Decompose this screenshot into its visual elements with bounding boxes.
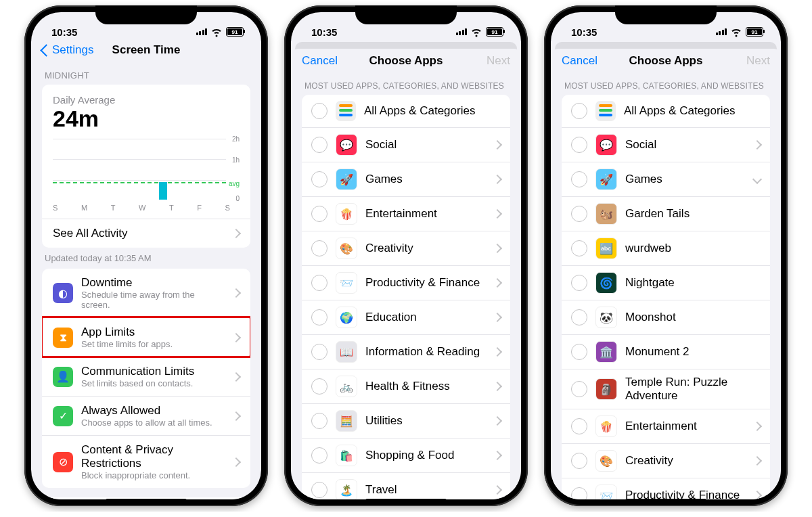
updated-label: Updated today at 10:35 AM (42, 248, 250, 269)
avg-line (53, 182, 226, 183)
select-circle[interactable] (571, 309, 587, 325)
row-icon: ⊘ (53, 452, 73, 472)
row-title: Always Allowed (81, 404, 225, 418)
select-circle[interactable] (571, 418, 587, 434)
see-all-activity[interactable]: See All Activity (42, 219, 250, 248)
row-label: Monument 2 (625, 345, 761, 359)
select-circle[interactable] (571, 103, 587, 119)
category-row[interactable]: 🔤wurdweb (562, 231, 770, 265)
select-circle[interactable] (311, 275, 328, 291)
chevron-right-icon (493, 313, 502, 322)
select-circle[interactable] (311, 378, 328, 395)
row-label: Garden Tails (625, 207, 761, 221)
select-circle[interactable] (311, 413, 328, 429)
chevron-right-icon (493, 278, 502, 288)
settings-row-content-privacy-restrictions[interactable]: ⊘Content & Privacy RestrictionsBlock ina… (42, 435, 250, 488)
settings-row-app-limits[interactable]: ⧗App LimitsSet time limits for apps. (42, 317, 250, 357)
category-row[interactable]: 🍿Entertainment (562, 409, 770, 443)
row-label: Creativity (625, 454, 746, 468)
battery-icon: 91 (226, 27, 244, 37)
select-circle[interactable] (571, 206, 587, 222)
usage-chart: 2h 1h avg 0 (53, 139, 240, 201)
row-label: Temple Run: Puzzle Adventure (625, 376, 761, 403)
select-circle[interactable] (571, 487, 587, 499)
chevron-right-icon (493, 485, 502, 495)
back-button[interactable]: Settings (42, 43, 93, 57)
settings-row-downtime[interactable]: ◐DowntimeSchedule time away from the scr… (42, 269, 250, 317)
wifi-icon (730, 26, 742, 38)
select-circle[interactable] (311, 206, 328, 222)
row-title: Content & Privacy Restrictions (81, 443, 225, 470)
cancel-button[interactable]: Cancel (302, 54, 338, 68)
category-row[interactable]: 🏛️Monument 2 (562, 334, 770, 369)
chevron-right-icon (493, 382, 502, 391)
app-icon: 🛍️ (336, 445, 357, 466)
page-title: Choose Apps (629, 54, 703, 68)
select-circle[interactable] (311, 482, 328, 498)
app-icon: 💬 (336, 134, 357, 156)
category-row[interactable]: 🧮Utilities (302, 403, 510, 438)
cancel-button[interactable]: Cancel (562, 54, 597, 68)
category-row[interactable]: 🚲Health & Fitness (302, 369, 510, 403)
select-circle[interactable] (311, 344, 328, 360)
category-row[interactable]: 📨Productivity & Finance (302, 265, 510, 300)
category-row[interactable]: 🛍️Shopping & Food (302, 438, 510, 472)
notch (355, 5, 457, 24)
category-row[interactable]: 🏝️Travel (302, 472, 510, 499)
app-icon: 🍿 (336, 203, 357, 225)
next-button[interactable]: Next (487, 54, 510, 68)
select-circle[interactable] (571, 453, 587, 469)
select-circle[interactable] (571, 275, 587, 291)
category-row[interactable]: 🗿Temple Run: Puzzle Adventure (562, 369, 770, 409)
select-circle[interactable] (571, 137, 587, 153)
daily-average-value: 24m (42, 106, 250, 136)
category-row[interactable]: 🐼Moonshot (562, 300, 770, 334)
chevron-down-icon (752, 175, 762, 184)
select-circle[interactable] (311, 137, 328, 153)
row-label: Games (365, 173, 486, 186)
category-row[interactable]: 💬Social (562, 127, 770, 162)
category-list: All Apps & Categories💬Social🚀Games🐿️Gard… (562, 95, 770, 499)
chevron-right-icon (493, 175, 502, 184)
phone-3: 10:35 91 Cancel Choose Apps Next MOST US… (544, 5, 788, 506)
select-circle[interactable] (571, 381, 587, 397)
row-subtitle: Set limits based on contacts. (81, 378, 225, 388)
next-button[interactable]: Next (746, 54, 770, 68)
category-row[interactable]: 🍿Entertainment (302, 196, 510, 231)
select-circle[interactable] (571, 171, 587, 187)
wifi-icon (210, 26, 223, 38)
category-row[interactable]: 🐿️Garden Tails (562, 196, 770, 231)
select-circle[interactable] (311, 309, 328, 325)
settings-row-communication-limits[interactable]: 👤Communication LimitsSet limits based on… (42, 357, 250, 396)
app-icon: 🌀 (595, 272, 617, 294)
row-label: Education (365, 311, 486, 324)
app-icon: 🚀 (595, 168, 617, 190)
category-row[interactable]: 🚀Games (562, 162, 770, 196)
category-row[interactable]: 📨Productivity & Finance (562, 478, 770, 499)
chevron-right-icon (752, 456, 762, 466)
category-row[interactable]: 🌍Education (302, 300, 510, 334)
category-row[interactable]: 🎨Creativity (562, 443, 770, 478)
select-circle[interactable] (571, 344, 587, 360)
category-row[interactable]: 📖Information & Reading (302, 334, 510, 369)
app-icon: 🚀 (336, 168, 357, 190)
select-circle[interactable] (311, 171, 328, 187)
settings-row-always-allowed[interactable]: ✓Always AllowedChoose apps to allow at a… (42, 396, 250, 435)
category-row[interactable]: 💬Social (302, 127, 510, 162)
select-circle[interactable] (571, 240, 587, 256)
app-icon: 💬 (595, 134, 617, 156)
app-icon: 🐿️ (595, 203, 617, 225)
category-row[interactable]: 🚀Games (302, 162, 510, 196)
select-circle[interactable] (311, 103, 328, 119)
category-row[interactable]: All Apps & Categories (302, 95, 510, 127)
category-row[interactable]: 🌀Nightgate (562, 265, 770, 300)
select-circle[interactable] (311, 447, 328, 464)
back-label: Settings (52, 43, 93, 57)
row-icon: ◐ (53, 283, 73, 303)
select-circle[interactable] (311, 240, 328, 256)
row-label: All Apps & Categories (624, 104, 761, 118)
category-row[interactable]: 🎨Creativity (302, 231, 510, 265)
category-row[interactable]: All Apps & Categories (562, 95, 770, 127)
signal-icon (196, 28, 208, 35)
section-header: MOST USED APPS, CATEGORIES, AND WEBSITES (562, 72, 770, 95)
